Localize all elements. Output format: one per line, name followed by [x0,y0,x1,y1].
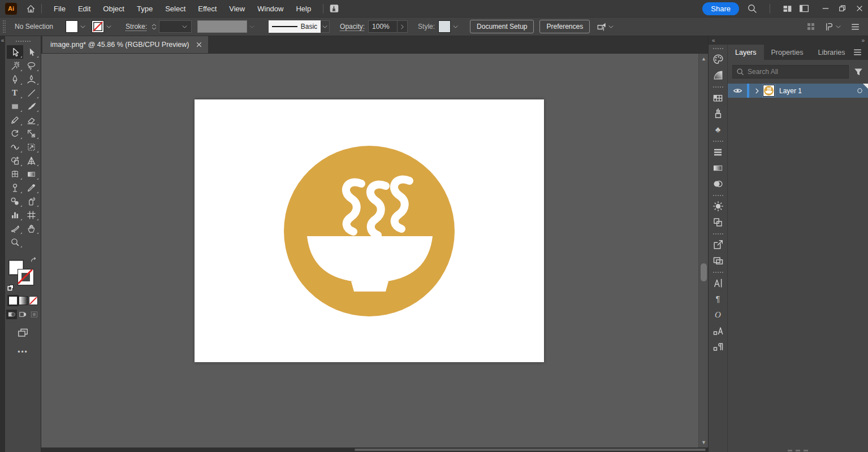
shaper-tool[interactable] [7,113,23,127]
paragraph-panel-icon[interactable]: ¶ [709,291,727,307]
panel-group-grip[interactable] [713,233,723,234]
opentype-panel-icon[interactable]: O [709,307,727,323]
graphic-styles-panel-icon[interactable] [709,214,727,230]
vertical-scrollbar[interactable]: ▲ ▼ [698,54,708,447]
menu-window[interactable]: Window [251,0,290,17]
menu-object[interactable]: Object [97,0,131,17]
transparency-panel-icon[interactable] [709,176,727,192]
chevron-down-icon[interactable] [608,24,614,30]
rotate-tool[interactable] [7,127,23,140]
panel-group-grip[interactable] [713,195,723,196]
gradient-button[interactable] [19,296,28,305]
rectangle-tool[interactable] [7,99,23,113]
paragraph-styles-panel-icon[interactable] [709,338,727,354]
scale-tool[interactable] [23,127,40,140]
workspace-switcher-icon[interactable] [799,3,809,14]
preferences-button[interactable]: Preferences [539,20,590,33]
expand-dock-icon[interactable]: » [861,37,865,44]
stroke-panel-icon[interactable] [709,144,727,160]
puppet-warp-tool[interactable] [7,181,23,194]
edit-toolbar-icon[interactable]: ••• [18,348,28,356]
panel-group-grip[interactable] [713,141,723,142]
zoom-tool[interactable] [7,235,23,249]
perspective-grid-tool[interactable] [23,154,40,167]
column-graph-tool[interactable] [7,208,23,221]
eraser-tool[interactable] [23,113,40,127]
free-transform-tool[interactable] [23,140,40,154]
tab-libraries[interactable]: Libraries [811,45,853,60]
arrange-documents-icon[interactable] [783,4,792,14]
horizontal-scroll-thumb[interactable] [355,449,706,451]
document-setup-button[interactable]: Document Setup [470,20,534,33]
panel-group-grip[interactable] [713,272,723,273]
home-icon[interactable] [26,4,36,14]
panel-grip[interactable] [3,20,6,33]
search-input[interactable] [748,68,845,76]
menu-effect[interactable]: Effect [192,0,223,17]
align-options-icon[interactable] [597,21,607,32]
type-tool[interactable]: T [7,86,23,99]
artboard[interactable] [195,99,544,362]
search-box[interactable] [732,65,849,79]
panel-menu-icon[interactable] [850,22,860,32]
default-fill-stroke-icon[interactable] [7,284,15,292]
toolbar-collapse-strip[interactable]: « [0,36,5,452]
appearance-panel-icon[interactable] [709,198,727,214]
swap-fill-stroke-icon[interactable] [30,257,38,264]
panel-group-grip[interactable] [713,48,723,49]
tab-layers[interactable]: Layers [728,45,764,60]
stroke-label[interactable]: Stroke: [126,23,147,31]
width-tool[interactable] [7,140,23,154]
stroke-swatch-none[interactable] [18,270,33,285]
steaming-soup-bowl-artwork[interactable] [283,145,455,317]
opacity-field[interactable]: 100% [368,20,398,33]
brush-definition-dropdown[interactable]: Basic [269,20,321,33]
draw-behind-icon[interactable] [18,310,28,319]
scroll-down-icon[interactable]: ▼ [699,438,708,446]
search-icon[interactable] [747,3,757,14]
layer-target-icon[interactable] [856,87,863,94]
layer-thumbnail[interactable] [763,85,775,97]
layer-row[interactable]: Layer 1 [728,84,868,98]
vertical-scroll-thumb[interactable] [701,263,707,281]
close-icon[interactable] [851,0,868,17]
horizontal-scrollbar[interactable] [41,447,708,452]
color-panel-icon[interactable] [709,51,727,67]
chevron-right-icon[interactable] [398,20,408,33]
layer-name[interactable]: Layer 1 [779,87,851,95]
scroll-up-icon[interactable]: ▲ [699,55,708,63]
chevron-down-icon[interactable] [78,20,87,33]
stroke-weight-stepper[interactable] [150,20,158,33]
blend-tool[interactable] [7,194,23,208]
document-tab[interactable]: image.png* @ 45.86 % (RGB/CPU Preview) [42,36,208,53]
mesh-tool[interactable] [7,167,23,181]
chevron-down-icon[interactable] [104,20,113,33]
symbol-sprayer-tool[interactable] [23,194,40,208]
character-styles-panel-icon[interactable] [709,323,727,338]
lasso-tool[interactable] [23,59,40,72]
menu-view[interactable]: View [223,0,251,17]
none-button[interactable] [29,296,38,305]
menu-edit[interactable]: Edit [72,0,97,17]
expand-layer-icon[interactable] [754,88,761,94]
chevron-down-icon[interactable] [182,24,188,30]
restore-icon[interactable] [834,0,851,17]
fill-color-swatch[interactable] [66,20,78,33]
symbols-panel-icon[interactable]: ♣ [709,121,727,137]
color-button[interactable] [8,296,18,305]
chevron-down-icon[interactable] [321,20,330,33]
share-button[interactable]: Share [702,2,739,15]
swatches-panel-icon[interactable] [709,90,727,106]
chevron-down-icon[interactable] [835,24,841,30]
menu-help[interactable]: Help [290,0,317,17]
brushes-panel-icon[interactable] [709,106,727,121]
line-segment-tool[interactable] [23,86,40,99]
character-panel-icon[interactable] [709,275,727,291]
tab-properties[interactable]: Properties [764,45,811,60]
magic-wand-tool[interactable] [7,59,23,72]
paintbrush-tool[interactable] [23,99,40,113]
stroke-color-swatch[interactable] [92,20,104,33]
menu-file[interactable]: File [47,0,72,17]
artboards-panel-icon[interactable] [709,253,727,268]
draw-normal-icon[interactable] [6,310,17,319]
